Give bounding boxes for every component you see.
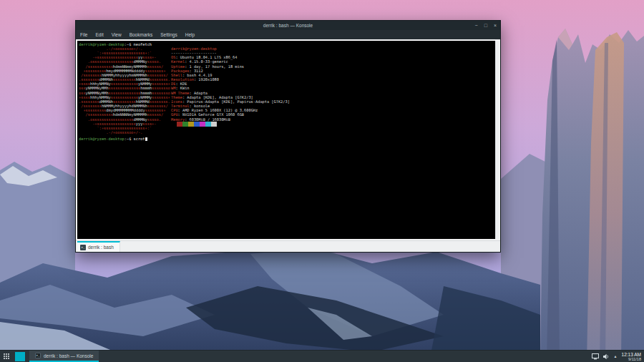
menu-item-file[interactable]: File <box>80 32 87 37</box>
taskbar-panel: >_ derrik : bash — Konsole ▲ 12:13 AM 9/… <box>0 350 644 362</box>
neofetch-info: derrik@ryzen-desktop -------------------… <box>171 47 290 122</box>
task-label: derrik : bash — Konsole <box>44 353 93 358</box>
konsole-task-icon: >_ <box>35 353 41 358</box>
menu-item-settings[interactable]: Settings <box>160 32 177 37</box>
terminal-tab-icon: >_ <box>80 245 86 250</box>
menu-bar: FileEditViewBookmarksSettingsHelp <box>76 30 500 39</box>
palette-color-2 <box>182 122 188 127</box>
prompt-user: derrik@ryzen-desktop <box>79 137 125 141</box>
terminal-cursor <box>145 137 147 141</box>
app-launcher-button[interactable] <box>0 351 12 362</box>
palette-color-4 <box>194 122 200 127</box>
konsole-window: derrik : bash — Konsole − □ × FileEditVi… <box>75 20 501 253</box>
terminal-view[interactable]: derrik@ryzen-desktop:~$ neofetch .-/+oos… <box>77 41 495 239</box>
volume-tray-icon[interactable] <box>603 353 610 360</box>
window-controls: − □ × <box>475 21 497 30</box>
palette-color-3 <box>188 122 194 127</box>
tray-expand-icon[interactable]: ▲ <box>614 354 618 358</box>
terminal-frame: derrik@ryzen-desktop:~$ neofetch .-/+oos… <box>76 39 500 240</box>
menu-item-help[interactable]: Help <box>185 32 195 37</box>
tab-bar: >_ derrik : bash <box>76 240 500 252</box>
system-tray: ▲ 12:13 AM 9/11/18 <box>592 351 644 362</box>
clock-time: 12:13 AM <box>622 352 641 357</box>
display-tray-icon[interactable] <box>592 353 599 360</box>
palette-color-1 <box>177 122 182 127</box>
clock-date: 9/11/18 <box>628 357 641 361</box>
palette-color-5 <box>200 122 205 127</box>
menu-item-bookmarks[interactable]: Bookmarks <box>130 32 153 37</box>
menu-item-edit[interactable]: Edit <box>95 32 103 37</box>
tab-derrik-bash[interactable]: >_ derrik : bash <box>77 241 120 252</box>
maximize-icon[interactable]: □ <box>484 23 487 28</box>
neofetch-ascii-logo: .-/+oossssoo+/-. `:+ssssssssssssssssss+:… <box>79 47 170 134</box>
prompt-line-2: derrik@ryzen-desktop:~$ scrot <box>79 137 147 141</box>
minimize-icon[interactable]: − <box>475 23 478 28</box>
command-scrot: scrot <box>134 137 145 141</box>
tab-label: derrik : bash <box>88 245 114 250</box>
palette-color-6 <box>205 122 211 127</box>
taskbar-konsole-task[interactable]: >_ derrik : bash — Konsole <box>29 351 99 362</box>
window-titlebar[interactable]: derrik : bash — Konsole − □ × <box>76 21 500 30</box>
prompt-suffix: :~$ <box>125 137 134 141</box>
window-title: derrik : bash — Konsole <box>76 23 500 28</box>
digital-clock[interactable]: 12:13 AM 9/11/18 <box>622 352 641 361</box>
menu-item-view[interactable]: View <box>112 32 122 37</box>
terminal-scrollbar[interactable] <box>495 41 499 239</box>
palette-color-0 <box>171 122 177 127</box>
palette-color-7 <box>211 122 217 127</box>
desktop: derrik : bash — Konsole − □ × FileEditVi… <box>0 0 644 362</box>
close-icon[interactable]: × <box>494 23 497 28</box>
virtual-desktop-pager[interactable] <box>15 352 25 361</box>
app-launcher-icon <box>4 353 9 359</box>
neofetch-color-palette <box>171 122 217 127</box>
